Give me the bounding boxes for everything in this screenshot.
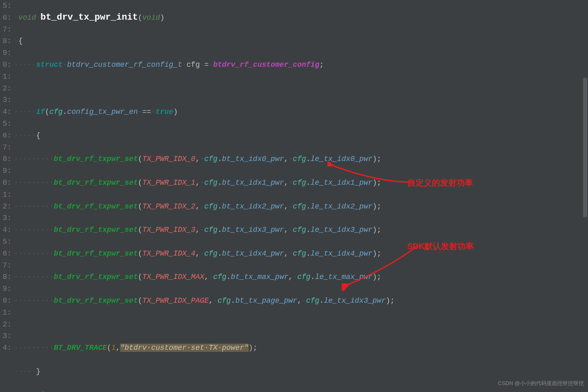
code-line[interactable]: ·········BT_DRV_TRACE(1,"btdrv·customer·… bbox=[14, 342, 588, 354]
code-line[interactable]: ·····struct·btdrv_customer_rf_config_t·c… bbox=[14, 59, 588, 71]
code-line[interactable]: ·{ bbox=[14, 35, 588, 47]
code-line[interactable]: ·········bt_drv_rf_txpwr_set(TX_PWR_IDX_… bbox=[14, 224, 588, 236]
code-line[interactable]: ·····if(cfg.config_tx_pwr_en·==·true) bbox=[14, 106, 588, 118]
annotation-custom-power: 自定义的发射功率 bbox=[407, 177, 473, 189]
code-line[interactable]: ·········bt_drv_rf_txpwr_set(TX_PWR_IDX_… bbox=[14, 271, 588, 283]
code-line[interactable]: ·····else bbox=[14, 389, 588, 392]
code-line[interactable]: ·········bt_drv_rf_txpwr_set(TX_PWR_IDX_… bbox=[14, 295, 588, 307]
code-line[interactable]: ·void·bt_drv_tx_pwr_init(void) bbox=[14, 12, 588, 24]
code-line[interactable]: ·········bt_drv_rf_txpwr_set(TX_PWR_IDX_… bbox=[14, 248, 588, 260]
annotation-sdk-default: SDK默认发射功率 bbox=[407, 240, 474, 252]
vertical-scrollbar[interactable] bbox=[582, 0, 588, 392]
code-line[interactable]: ·········bt_drv_rf_txpwr_set(TX_PWR_IDX_… bbox=[14, 153, 588, 165]
line-gutter: 5:6:7: 8:9:0: 1:2:3: 4:5:6: 7:8:9: 0:1:2… bbox=[0, 0, 14, 392]
code-editor[interactable]: 5:6:7: 8:9:0: 1:2:3: 4:5:6: 7:8:9: 0:1:2… bbox=[0, 0, 588, 392]
code-line[interactable]: ·····} bbox=[14, 366, 588, 378]
code-area[interactable]: ·void·bt_drv_tx_pwr_init(void) ·{ ·····s… bbox=[14, 0, 588, 392]
scrollbar-thumb[interactable] bbox=[583, 78, 587, 217]
watermark-text: CSDN @小小的代码里面挖呀挖呀挖 bbox=[498, 378, 584, 390]
code-line[interactable]: ·········bt_drv_rf_txpwr_set(TX_PWR_IDX_… bbox=[14, 177, 588, 189]
code-line[interactable] bbox=[14, 319, 588, 331]
code-line[interactable]: ·····{ bbox=[14, 130, 588, 142]
arrow-annotation-1-icon bbox=[327, 162, 418, 186]
code-line[interactable] bbox=[14, 83, 588, 95]
code-line[interactable]: ·········bt_drv_rf_txpwr_set(TX_PWR_IDX_… bbox=[14, 201, 588, 213]
